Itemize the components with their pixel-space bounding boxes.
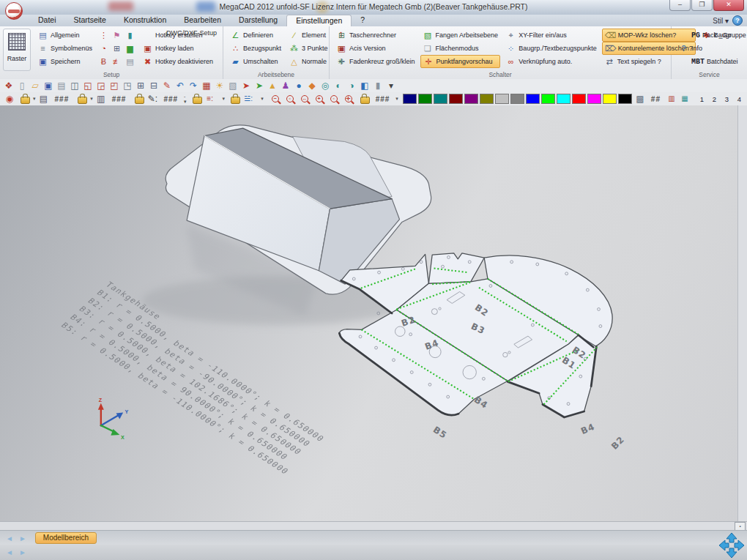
- ole-button[interactable]: OLE: [743, 55, 747, 68]
- group-value[interactable]: ###: [112, 95, 127, 103]
- chevron-down-icon[interactable]: ▾: [90, 96, 93, 102]
- lock-icon[interactable]: [21, 97, 30, 104]
- lock-icon[interactable]: [193, 97, 202, 104]
- color-swatch[interactable]: [510, 94, 524, 104]
- chevron-down-icon[interactable]: ▾: [33, 96, 36, 102]
- grid-snap-icon[interactable]: ▦: [200, 80, 213, 92]
- select-green-icon[interactable]: ➤: [253, 80, 266, 92]
- pack-go-button[interactable]: PGPack _Go: [676, 29, 740, 42]
- print-icon[interactable]: ▤: [55, 80, 68, 92]
- open-folder-icon[interactable]: ▱: [29, 80, 42, 92]
- workplane-icon[interactable]: ▲: [266, 80, 279, 92]
- normale-button[interactable]: △Normale: [286, 55, 330, 68]
- bezugspunkt-button[interactable]: ∴Bezugspunkt: [228, 42, 283, 55]
- zoom-pan-button[interactable]: ✛: [345, 95, 352, 102]
- menu-tab-einstellungen[interactable]: Einstellungen: [286, 15, 352, 27]
- minimize-button[interactable]: –: [669, 0, 691, 11]
- zoom-out-button[interactable]: −: [272, 95, 279, 102]
- help-button[interactable]: ?: [732, 15, 743, 26]
- close-button[interactable]: ✕: [713, 0, 744, 11]
- overflow-dropdown[interactable]: ▾: [384, 80, 398, 92]
- color-swatch[interactable]: [495, 94, 509, 104]
- printer-button[interactable]: ▤: [122, 55, 135, 68]
- flaechenmodus-button[interactable]: ❏Flächenmodus: [420, 42, 501, 55]
- status-scroll-right-icon[interactable]: ►: [19, 548, 26, 556]
- dotted-line-button[interactable]: ⋮: [96, 29, 109, 42]
- layer-value[interactable]: ###: [55, 95, 70, 103]
- object-box-icon[interactable]: ▧: [226, 80, 239, 92]
- raster-button[interactable]: Raster: [3, 29, 31, 71]
- flag-button[interactable]: ⚑: [109, 29, 122, 42]
- pen-style-icon[interactable]: ✎:: [146, 93, 159, 105]
- color-swatch[interactable]: [557, 94, 571, 104]
- viewport-2-icon[interactable]: ◲: [94, 80, 108, 92]
- undo-icon[interactable]: ↶: [174, 80, 187, 92]
- monitor-button[interactable]: ⊞: [109, 42, 122, 55]
- menu-tab-konstruktion[interactable]: Konstruktion: [115, 15, 175, 26]
- dwg-dxf-setup-label[interactable]: DWG/DXF-Setup: [166, 29, 217, 37]
- texture-icon[interactable]: ▩: [633, 93, 647, 105]
- group-doc-icon[interactable]: ▥: [94, 93, 108, 105]
- hide-window-icon[interactable]: ◧: [358, 80, 371, 92]
- layer-number-3[interactable]: 3: [721, 95, 733, 103]
- allgemein-button[interactable]: ▤Allgemein: [35, 29, 94, 42]
- verknuepfung-auto-button[interactable]: ∞Verknüpfung auto.: [503, 55, 599, 68]
- drei-punkte-button[interactable]: ⁂3 Punkte: [286, 42, 330, 55]
- shade-1-icon[interactable]: ◎: [319, 80, 332, 92]
- save-icon[interactable]: ▣: [42, 80, 55, 92]
- tab-scroll-left-icon[interactable]: ◄: [6, 534, 13, 542]
- flat-pattern[interactable]: [339, 253, 612, 417]
- hatch-value[interactable]: ##: [651, 95, 661, 103]
- color-swatch[interactable]: [403, 94, 417, 104]
- shade-3-icon[interactable]: ◑: [345, 80, 358, 92]
- screen-1-icon[interactable]: ⊞: [134, 80, 147, 92]
- symbolmenues-button[interactable]: ≡Symbolmenüs: [35, 42, 94, 55]
- color-swatch[interactable]: [618, 94, 632, 104]
- shade-2-icon[interactable]: ◐: [332, 80, 345, 92]
- fangen-arbeitsebene-button[interactable]: ▧Fangen Arbeitsebene: [420, 29, 501, 42]
- edit-pen-icon[interactable]: ✎: [160, 80, 174, 92]
- menu-tab-?[interactable]: ?: [352, 15, 374, 26]
- pan-compass-button[interactable]: [718, 531, 746, 559]
- maximize-button[interactable]: ❐: [691, 0, 713, 11]
- zoom-in-button[interactable]: +: [316, 95, 323, 102]
- linetype-icon[interactable]: ≡:: [204, 93, 217, 105]
- color-swatch[interactable]: [449, 94, 463, 104]
- cip-button[interactable]: CIP: [743, 29, 747, 42]
- red-lines-button[interactable]: ≢: [109, 55, 122, 68]
- lock-icon[interactable]: [135, 97, 144, 104]
- screen-2-icon[interactable]: ⊟: [147, 80, 160, 92]
- stil-dropdown[interactable]: Stil ▾: [713, 17, 729, 25]
- cylinder-icon[interactable]: ▮: [371, 80, 384, 92]
- hotkey-laden-button[interactable]: ▣Hotkey laden: [140, 42, 215, 55]
- light-icon[interactable]: ☀: [213, 80, 226, 92]
- lock-icon[interactable]: [231, 97, 240, 104]
- new-file-icon[interactable]: ▯: [15, 80, 29, 92]
- menu-tab-bearbeiten[interactable]: Bearbeiten: [175, 15, 230, 26]
- sphere-icon[interactable]: ●: [292, 80, 305, 92]
- color-swatch[interactable]: [603, 94, 617, 104]
- color-swatch[interactable]: [480, 94, 494, 104]
- figure-icon[interactable]: ♟: [279, 80, 292, 92]
- viewport-1-icon[interactable]: ◱: [81, 80, 94, 92]
- pen-value[interactable]: ###: [163, 95, 178, 103]
- speichern-button[interactable]: ▣Speichern: [35, 55, 94, 68]
- baugrp-textbezugspunkte-button[interactable]: ⁘Baugrp./Textbezugspunkte: [503, 42, 599, 55]
- workspace-tools-icon[interactable]: ❖: [2, 80, 15, 92]
- menu-tab-startseite[interactable]: Startseite: [65, 15, 115, 26]
- linewidth-icon[interactable]: ☱:: [242, 93, 255, 105]
- tab-modellbereich[interactable]: Modellbereich: [35, 532, 97, 544]
- color-swatch[interactable]: [464, 94, 478, 104]
- fadenkreuz-button[interactable]: ✛Fadenkreuz groß/klein: [334, 55, 417, 68]
- pattern-top-middle-flap[interactable]: [428, 253, 484, 283]
- layer-number-4[interactable]: 4: [733, 95, 746, 103]
- xy-filter-button[interactable]: ⌖XY-Filter ein/aus: [503, 29, 599, 42]
- lock-icon[interactable]: [360, 97, 370, 104]
- megacad-logo[interactable]: [5, 2, 23, 20]
- menu-tab-darstellung[interactable]: Darstellung: [230, 15, 286, 26]
- tab-scroll-right-icon[interactable]: ►: [19, 534, 26, 542]
- solid-box-icon[interactable]: ◆: [305, 80, 319, 92]
- zoom-previous-button[interactable]: ◦: [330, 95, 338, 102]
- select-red-icon[interactable]: ➤: [239, 80, 253, 92]
- redo-icon[interactable]: ↷: [187, 80, 200, 92]
